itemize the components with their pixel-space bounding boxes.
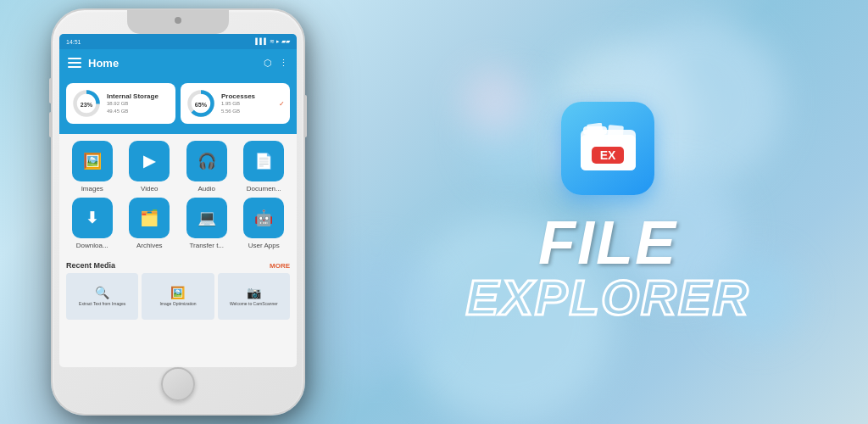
downloads-icon-box: ⬇ bbox=[72, 198, 113, 238]
processes-title: Processes bbox=[221, 92, 274, 100]
processes-total: 5.56 GB bbox=[221, 108, 274, 114]
main-container: 14:51 ▌▌▌ ≋ ▸ ▰▰ Home ⬡ ⋮ bbox=[0, 0, 868, 424]
processes-card[interactable]: 65% Processes 1.95 GB 5.56 GB ✓ bbox=[181, 83, 290, 124]
status-time: 14:51 bbox=[66, 39, 81, 45]
app-name: FILE EXPLORER bbox=[465, 212, 749, 322]
processes-info: Processes 1.95 GB 5.56 GB bbox=[221, 92, 274, 114]
user-apps-label: User Apps bbox=[248, 242, 280, 249]
audio-label: Audio bbox=[198, 185, 215, 192]
documents-icon-box: 📄 bbox=[243, 141, 284, 181]
recent-item-2-text: Image Optimization bbox=[159, 301, 196, 307]
file-text: FILE bbox=[465, 212, 749, 273]
archives-icon-box: 🗂️ bbox=[129, 198, 170, 238]
app-icon: EX bbox=[561, 102, 654, 195]
menu-icon[interactable] bbox=[68, 58, 81, 68]
status-icons: ▌▌▌ ≋ ▸ ▰▰ bbox=[255, 38, 290, 45]
images-icon-box: 🖼️ bbox=[72, 141, 113, 181]
recent-item-3-icon: 📷 bbox=[247, 286, 261, 299]
svg-text:65%: 65% bbox=[195, 101, 208, 109]
internal-storage-info: Internal Storage 38.92 GB 49.45 GB bbox=[107, 92, 170, 114]
app-icon-inner: EX bbox=[576, 123, 640, 174]
processes-used: 1.95 GB bbox=[221, 100, 274, 107]
vol-down-button bbox=[49, 112, 53, 137]
grid-menu: 🖼️ Images ▶ Video 🎧 Audio bbox=[59, 134, 297, 256]
recent-item-3-text: Welcome to CamScanner bbox=[230, 301, 278, 307]
internal-storage-chart: 23% bbox=[71, 88, 102, 119]
audio-icon-box: 🎧 bbox=[186, 141, 227, 181]
audio-icon: 🎧 bbox=[198, 152, 216, 170]
images-label: Images bbox=[81, 185, 103, 192]
internal-storage-used: 38.92 GB bbox=[107, 100, 170, 107]
images-icon: 🖼️ bbox=[83, 152, 102, 170]
documents-label: Documen... bbox=[247, 185, 281, 192]
transfer-icon-box: 💻 bbox=[186, 198, 227, 238]
grid-item-archives[interactable]: 🗂️ Archives bbox=[124, 198, 176, 249]
archives-icon: 🗂️ bbox=[140, 209, 159, 227]
video-icon-box: ▶ bbox=[129, 141, 170, 181]
app-bar: Home ⬡ ⋮ bbox=[59, 49, 297, 76]
archives-label: Archives bbox=[136, 242, 163, 249]
recent-item-1-text: Extract Text from Images bbox=[79, 301, 125, 307]
grid-item-downloads[interactable]: ⬇ Downloa... bbox=[66, 198, 119, 249]
user-apps-icon-box: 🤖 bbox=[243, 198, 284, 238]
more-link[interactable]: MORE bbox=[270, 262, 290, 270]
svg-text:EX: EX bbox=[599, 148, 615, 162]
phone-device: 14:51 ▌▌▌ ≋ ▸ ▰▰ Home ⬡ ⋮ bbox=[51, 8, 305, 416]
explorer-text: EXPLORER bbox=[465, 273, 749, 322]
grid-item-user-apps[interactable]: 🤖 User Apps bbox=[238, 198, 291, 249]
recent-item-2-content: 🖼️ Image Optimization bbox=[142, 273, 214, 320]
recent-item-1[interactable]: 🔍 Extract Text from Images bbox=[66, 273, 138, 320]
processes-chart: 65% bbox=[186, 88, 216, 119]
storage-section: 23% Internal Storage 38.92 GB 49.45 GB bbox=[59, 76, 297, 134]
status-bar: 14:51 ▌▌▌ ≋ ▸ ▰▰ bbox=[59, 34, 297, 49]
recent-item-3[interactable]: 📷 Welcome to CamScanner bbox=[218, 273, 290, 320]
recent-media-header: Recent Media MORE bbox=[66, 261, 290, 270]
camera-dot bbox=[175, 17, 181, 24]
documents-icon: 📄 bbox=[254, 152, 273, 170]
grid-item-images[interactable]: 🖼️ Images bbox=[66, 141, 119, 192]
internal-storage-total: 49.45 GB bbox=[107, 108, 170, 114]
recent-item-1-content: 🔍 Extract Text from Images bbox=[66, 273, 138, 320]
user-apps-icon: 🤖 bbox=[254, 209, 273, 227]
app-icon-container: EX bbox=[561, 102, 654, 195]
internal-storage-title: Internal Storage bbox=[107, 92, 170, 100]
cast-icon[interactable]: ⬡ bbox=[264, 58, 272, 69]
recent-item-3-content: 📷 Welcome to CamScanner bbox=[218, 273, 290, 320]
vol-up-button bbox=[49, 78, 53, 103]
right-content: EX FILE EXPLORER bbox=[348, 85, 868, 339]
recent-item-2-icon: 🖼️ bbox=[170, 286, 185, 299]
grid-item-audio[interactable]: 🎧 Audio bbox=[181, 141, 233, 192]
video-label: Video bbox=[141, 185, 158, 192]
recent-media-section: Recent Media MORE 🔍 Extract Text from Im… bbox=[59, 256, 297, 325]
grid-item-transfer[interactable]: 💻 Transfer t... bbox=[181, 198, 233, 249]
app-bar-title: Home bbox=[88, 57, 257, 70]
app-bar-actions: ⬡ ⋮ bbox=[264, 58, 288, 69]
phone-screen: 14:51 ▌▌▌ ≋ ▸ ▰▰ Home ⬡ ⋮ bbox=[59, 34, 297, 367]
processes-check-icon: ✓ bbox=[279, 100, 285, 108]
downloads-icon: ⬇ bbox=[86, 209, 98, 227]
recent-item-2[interactable]: 🖼️ Image Optimization bbox=[142, 273, 214, 320]
grid-item-video[interactable]: ▶ Video bbox=[124, 141, 176, 192]
recent-media-title: Recent Media bbox=[66, 261, 115, 270]
transfer-label: Transfer t... bbox=[189, 242, 224, 249]
more-options-icon[interactable]: ⋮ bbox=[279, 58, 288, 69]
phone-wrapper: 14:51 ▌▌▌ ≋ ▸ ▰▰ Home ⬡ ⋮ bbox=[25, 0, 348, 424]
home-button[interactable] bbox=[161, 367, 195, 401]
transfer-icon: 💻 bbox=[198, 209, 216, 227]
recent-item-1-icon: 🔍 bbox=[95, 286, 109, 299]
grid-item-documents[interactable]: 📄 Documen... bbox=[238, 141, 291, 192]
downloads-label: Downloa... bbox=[76, 242, 108, 249]
recent-items-list: 🔍 Extract Text from Images 🖼️ Image Opti… bbox=[66, 273, 290, 320]
video-icon: ▶ bbox=[143, 152, 155, 170]
folder-svg: EX bbox=[576, 123, 640, 174]
power-button bbox=[303, 95, 307, 137]
internal-storage-card[interactable]: 23% Internal Storage 38.92 GB 49.45 GB bbox=[66, 83, 175, 124]
svg-text:23%: 23% bbox=[81, 101, 93, 109]
phone-notch bbox=[127, 10, 229, 34]
